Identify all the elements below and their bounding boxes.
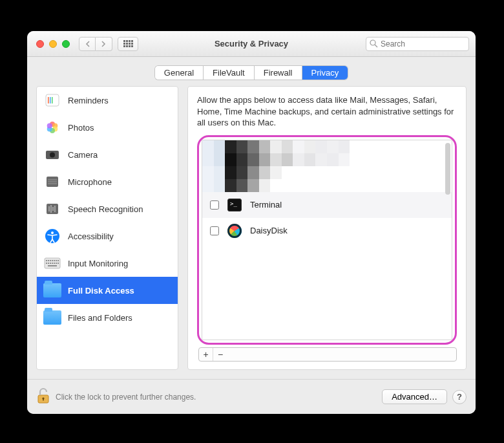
titlebar: Security & Privacy (27, 31, 476, 57)
remove-app-button[interactable]: − (213, 348, 227, 361)
svg-rect-20 (48, 260, 49, 261)
photos-icon (43, 118, 61, 136)
redacted-mosaic (202, 166, 452, 192)
app-name-label: DaisyDisk (250, 226, 288, 235)
apps-list[interactable]: Terminal DaisyDisk (202, 140, 452, 340)
svg-rect-27 (48, 263, 49, 264)
sidebar-item-accessibility[interactable]: Accessibility (37, 222, 178, 250)
svg-rect-30 (54, 263, 55, 264)
tab-general[interactable]: General (155, 66, 204, 80)
sidebar-item-label: Speech Recognition (68, 204, 143, 214)
content-area: Reminders Photos Camera (27, 86, 476, 379)
keyboard-icon (43, 254, 61, 272)
privacy-category-list[interactable]: Reminders Photos Camera (37, 87, 178, 369)
footer-bar: Click the lock to prevent further change… (27, 379, 476, 414)
tab-filevault[interactable]: FileVault (204, 66, 255, 80)
svg-rect-29 (52, 263, 53, 264)
svg-rect-5 (52, 97, 53, 103)
daisydisk-icon (227, 223, 242, 239)
privacy-category-sidebar: Reminders Photos Camera (36, 86, 178, 370)
svg-rect-31 (56, 263, 57, 264)
app-row[interactable]: DaisyDisk (202, 218, 452, 244)
svg-rect-33 (48, 265, 57, 266)
footer-right: Advanced… ? (382, 389, 467, 404)
speech-icon (43, 200, 61, 218)
sidebar-item-full-disk-access[interactable]: Full Disk Access (37, 277, 178, 304)
sidebar-item-camera[interactable]: Camera (37, 141, 178, 168)
terminal-icon (227, 197, 242, 213)
sidebar-item-files-folders[interactable]: Files and Folders (37, 304, 178, 331)
description-text: Allow the apps below to access data like… (197, 94, 457, 129)
grid-icon (123, 40, 133, 47)
camera-icon (43, 146, 61, 164)
annotation-highlight-ring: Terminal DaisyDisk (197, 135, 457, 345)
lock-group: Click the lock to prevent further change… (36, 387, 196, 406)
chevron-left-icon (85, 41, 90, 47)
microphone-icon (43, 173, 61, 191)
sidebar-item-label: Files and Folders (68, 313, 132, 323)
sidebar-item-reminders[interactable]: Reminders (37, 87, 178, 114)
svg-point-0 (370, 40, 375, 45)
svg-rect-36 (43, 398, 44, 401)
search-input[interactable] (366, 37, 469, 51)
svg-rect-32 (58, 263, 59, 264)
sidebar-item-speech[interactable]: Speech Recognition (37, 195, 178, 222)
sidebar-item-label: Input Monitoring (68, 259, 128, 268)
add-remove-group: + − (198, 347, 457, 362)
app-row-redacted[interactable] (202, 166, 452, 192)
sidebar-item-input-monitoring[interactable]: Input Monitoring (37, 250, 178, 277)
svg-point-17 (51, 232, 54, 234)
help-button[interactable]: ? (452, 390, 467, 404)
back-button[interactable] (79, 37, 96, 51)
app-row[interactable]: Terminal (202, 192, 452, 218)
svg-rect-23 (54, 260, 55, 261)
app-enable-checkbox[interactable] (210, 200, 219, 210)
sidebar-item-microphone[interactable]: Microphone (37, 168, 178, 195)
add-app-button[interactable]: + (199, 348, 213, 361)
scrollbar-thumb[interactable] (445, 143, 450, 195)
tabs-segmented: General FileVault Firewall Privacy (155, 66, 348, 80)
sidebar-item-label: Accessibility (68, 232, 114, 241)
sidebar-item-label: Photos (68, 123, 94, 133)
app-row-redacted[interactable] (202, 140, 452, 166)
unlocked-padlock-icon[interactable] (36, 387, 50, 406)
scrollbar[interactable] (444, 142, 450, 338)
sidebar-item-label: Microphone (68, 177, 112, 187)
svg-rect-21 (50, 260, 51, 261)
svg-rect-15 (47, 204, 58, 214)
svg-rect-22 (52, 260, 53, 261)
preferences-window: Security & Privacy General FileVault Fir… (27, 31, 476, 414)
detail-panel: Allow the apps below to access data like… (187, 86, 467, 370)
tabs-row: General FileVault Firewall Privacy (27, 57, 476, 86)
window-controls (36, 40, 70, 48)
svg-rect-19 (46, 260, 47, 261)
lock-description: Click the lock to prevent further change… (56, 393, 196, 402)
app-enable-checkbox[interactable] (210, 226, 219, 235)
tab-firewall[interactable]: Firewall (255, 66, 302, 80)
folder-icon (43, 281, 61, 299)
svg-point-13 (50, 153, 55, 158)
show-all-preferences-button[interactable] (118, 37, 138, 51)
svg-rect-26 (46, 263, 47, 264)
sidebar-item-label: Reminders (68, 96, 109, 105)
folder-icon (43, 308, 61, 327)
svg-line-1 (375, 45, 377, 47)
advanced-button[interactable]: Advanced… (382, 389, 447, 404)
search-icon (370, 39, 378, 48)
sidebar-item-photos[interactable]: Photos (37, 114, 178, 141)
minimize-window-button[interactable] (49, 40, 57, 48)
forward-button[interactable] (96, 37, 112, 51)
close-window-button[interactable] (36, 40, 44, 48)
accessibility-icon (43, 227, 61, 245)
svg-rect-25 (58, 260, 59, 261)
svg-rect-24 (56, 260, 57, 261)
svg-rect-4 (50, 97, 51, 103)
tab-privacy[interactable]: Privacy (302, 66, 348, 80)
back-forward-group (79, 37, 112, 51)
search-field-wrap (366, 37, 469, 51)
sidebar-item-label: Camera (68, 150, 98, 160)
svg-point-11 (47, 124, 52, 129)
zoom-window-button[interactable] (62, 40, 70, 48)
app-name-label: Terminal (250, 200, 282, 210)
chevron-right-icon (101, 41, 106, 47)
